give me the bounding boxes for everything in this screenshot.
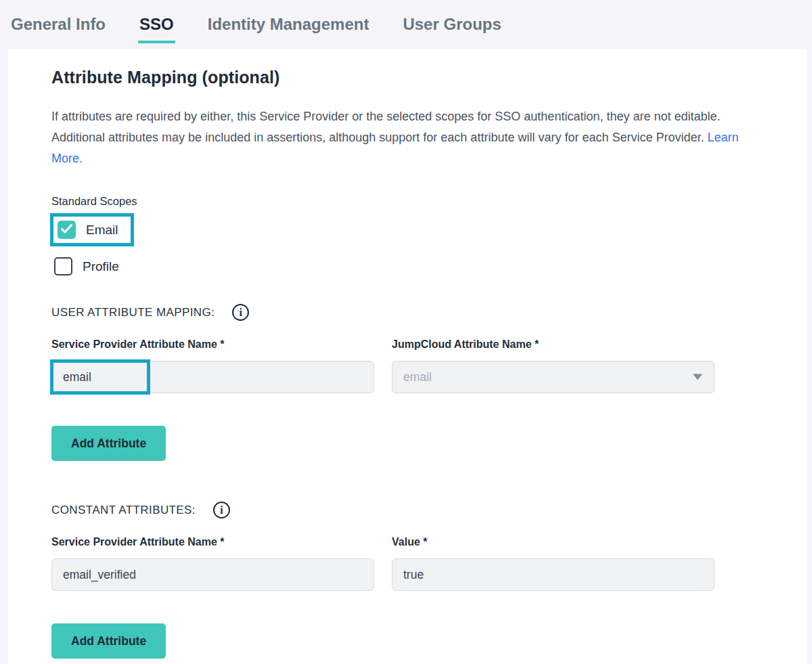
profile-checkbox[interactable] (54, 257, 72, 275)
checkmark-icon (61, 224, 72, 236)
email-scope-highlight: Email (50, 213, 134, 246)
add-user-attribute-button[interactable]: Add Attribute (51, 426, 166, 461)
add-constant-attribute-button[interactable]: Add Attribute (51, 623, 166, 659)
profile-checkbox-label: Profile (83, 259, 119, 274)
email-checkbox[interactable] (58, 221, 76, 239)
constant-attributes-title: CONSTANT ATTRIBUTES: (51, 504, 196, 517)
tab-sso[interactable]: SSO (138, 5, 175, 43)
constant-sp-attribute-name-input[interactable] (51, 558, 374, 591)
user-attribute-mapping-title: USER ATTRIBUTE MAPPING: (51, 306, 215, 319)
tab-identity-management[interactable]: Identity Management (206, 5, 371, 43)
sp-attribute-name-input[interactable] (51, 361, 374, 393)
tab-general-info[interactable]: General Info (9, 5, 107, 43)
profile-scope-row: Profile (54, 257, 807, 275)
info-icon[interactable]: i (213, 502, 230, 518)
page-title: Attribute Mapping (optional) (51, 68, 807, 87)
tab-bar: General Info SSO Identity Management Use… (0, 0, 812, 49)
constant-value-label: Value * (392, 536, 715, 548)
tab-user-groups[interactable]: User Groups (401, 5, 502, 43)
description-body: If attributes are required by either, th… (51, 110, 721, 144)
jumpcloud-attribute-select[interactable] (392, 361, 715, 393)
description-text: If attributes are required by either, th… (51, 106, 755, 169)
info-icon[interactable]: i (232, 304, 249, 321)
sp-attribute-name-label: Service Provider Attribute Name * (51, 338, 374, 351)
email-checkbox-label: Email (86, 223, 118, 238)
jumpcloud-attribute-name-label: JumpCloud Attribute Name * (392, 338, 715, 351)
standard-scopes-label: Standard Scopes (51, 195, 807, 208)
sso-panel: Attribute Mapping (optional) If attribut… (8, 49, 807, 664)
constant-value-input[interactable] (392, 558, 715, 591)
constant-sp-attribute-name-label: Service Provider Attribute Name * (51, 536, 374, 548)
